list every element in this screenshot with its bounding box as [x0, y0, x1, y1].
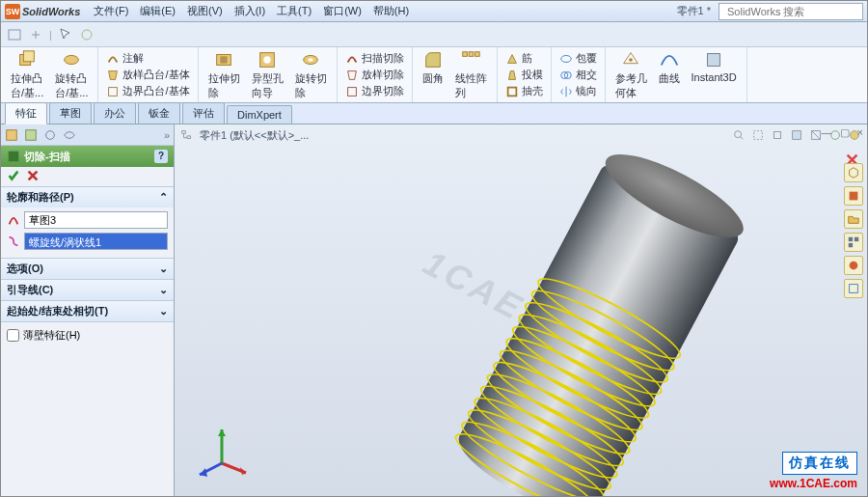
- file-explorer-tab[interactable]: [844, 209, 863, 229]
- svg-rect-35: [187, 136, 191, 139]
- sweep-button[interactable]: 注解: [104, 50, 146, 67]
- svg-point-32: [46, 130, 55, 139]
- svg-rect-31: [26, 129, 37, 140]
- ribbon: 拉伸凸 台/基... 旋转凸 台/基... 注解 放样凸台/基体 边界凸台/基体…: [1, 47, 867, 103]
- view-orient-icon[interactable]: [771, 128, 784, 142]
- revolve-boss-button[interactable]: 旋转凸 台/基...: [51, 47, 92, 102]
- qat-icon-4[interactable]: [79, 27, 95, 42]
- svg-rect-33: [9, 152, 19, 162]
- resources-tab[interactable]: [844, 163, 863, 182]
- intersect-button[interactable]: 相交: [557, 67, 599, 83]
- panel-tabs: »: [1, 124, 174, 146]
- loft-cut-button[interactable]: 放样切除: [343, 67, 406, 83]
- curves-button[interactable]: 曲线: [655, 47, 684, 102]
- watermark-footer: 仿真在线 www.1CAE.com: [770, 452, 857, 490]
- tree-icon[interactable]: [180, 128, 194, 142]
- svg-point-9: [82, 30, 92, 40]
- svg-rect-21: [463, 52, 468, 57]
- svg-rect-8: [9, 30, 20, 40]
- menu-file[interactable]: 文件(F): [88, 2, 134, 20]
- fm-tab-icon[interactable]: [5, 128, 18, 142]
- display-tab-icon[interactable]: [63, 128, 76, 142]
- viewport-toolbar: 零件1 (默认<<默认>_...: [175, 124, 867, 146]
- svg-rect-38: [774, 132, 781, 139]
- draft-button[interactable]: 投模: [503, 67, 545, 83]
- minimize-icon[interactable]: —: [822, 126, 832, 139]
- 3d-model: [388, 126, 790, 497]
- search-input[interactable]: [727, 6, 860, 17]
- tab-office[interactable]: 办公: [94, 102, 136, 124]
- tab-evaluate[interactable]: 评估: [182, 102, 225, 124]
- pm-confirm-row: [1, 167, 174, 186]
- shell-button[interactable]: 抽壳: [503, 83, 545, 99]
- profile-input[interactable]: [24, 211, 168, 229]
- rib-button[interactable]: 筋: [503, 50, 534, 67]
- tab-sheetmetal[interactable]: 钣金: [138, 102, 180, 124]
- zoom-area-icon[interactable]: [751, 128, 765, 142]
- section-guide[interactable]: 引导线(C) ⌄: [1, 280, 174, 300]
- menu-edit[interactable]: 编辑(E): [134, 2, 181, 20]
- search-box[interactable]: [719, 3, 863, 20]
- revolve-cut-button[interactable]: 旋转切 除: [291, 47, 331, 102]
- display-style-icon[interactable]: [790, 128, 803, 142]
- cancel-button[interactable]: [26, 169, 40, 184]
- instant3d-button[interactable]: Instant3D: [688, 47, 741, 102]
- appearances-tab[interactable]: [844, 256, 863, 275]
- menu-tools[interactable]: 工具(T): [271, 2, 317, 20]
- ref-geometry-button[interactable]: 参考几 何体: [611, 47, 651, 102]
- section-options[interactable]: 选项(O) ⌄: [1, 259, 174, 279]
- cursor-icon[interactable]: [58, 27, 73, 42]
- path-icon: [7, 235, 20, 248]
- tab-dimxpert[interactable]: DimXpert: [227, 105, 292, 124]
- menu-help[interactable]: 帮助(H): [367, 2, 415, 20]
- menu-window[interactable]: 窗口(W): [317, 2, 367, 20]
- loft-button[interactable]: 放样凸台/基体: [104, 67, 191, 83]
- menu-view[interactable]: 视图(V): [181, 2, 229, 20]
- qat-icon-1[interactable]: [7, 27, 22, 42]
- svg-point-17: [263, 56, 270, 63]
- 3d-viewport[interactable]: 零件1 (默认<<默认>_... — ▢ × ✕ 1CAE.COM: [175, 124, 867, 496]
- config-tab-icon[interactable]: [43, 128, 57, 142]
- help-icon[interactable]: ?: [154, 150, 168, 163]
- svg-rect-24: [507, 87, 516, 96]
- svg-point-25: [560, 55, 571, 62]
- qat-icon-2[interactable]: [28, 27, 43, 42]
- app-logo: SW: [5, 4, 20, 19]
- boundary-cut-button[interactable]: 边界切除: [343, 83, 406, 99]
- design-lib-tab[interactable]: [844, 186, 863, 206]
- orientation-triad[interactable]: [188, 415, 256, 483]
- tab-features[interactable]: 特征: [5, 102, 47, 124]
- close-icon[interactable]: ×: [857, 126, 863, 139]
- svg-rect-23: [475, 52, 480, 57]
- svg-rect-34: [182, 131, 186, 134]
- quick-access-toolbar: |: [1, 22, 867, 47]
- document-name: 零件1 *: [669, 4, 719, 18]
- section-startend[interactable]: 起始处/结束处相切(T) ⌄: [1, 301, 174, 321]
- menu-insert[interactable]: 插入(I): [229, 2, 271, 20]
- thin-checkbox-input[interactable]: [7, 329, 19, 342]
- extrude-cut-button[interactable]: 拉伸切 除: [204, 47, 244, 102]
- boundary-button[interactable]: 边界凸台/基体: [104, 83, 191, 99]
- view-palette-tab[interactable]: [844, 233, 863, 252]
- task-pane: [844, 163, 865, 298]
- section-profile-path[interactable]: 轮廓和路径(P) ⌃: [1, 187, 174, 207]
- tab-sketch[interactable]: 草图: [49, 102, 92, 124]
- extrude-boss-button[interactable]: 拉伸凸 台/基...: [7, 47, 47, 102]
- restore-icon[interactable]: ▢: [840, 126, 850, 139]
- fillet-button[interactable]: 圆角: [419, 47, 448, 102]
- custom-props-tab[interactable]: [844, 279, 863, 298]
- thin-feature-checkbox[interactable]: 薄壁特征(H): [7, 326, 168, 345]
- zoom-fit-icon[interactable]: [732, 128, 746, 142]
- linear-pattern-button[interactable]: 线性阵 列: [451, 47, 491, 102]
- mirror-button[interactable]: 镜向: [557, 83, 599, 99]
- wrap-button[interactable]: 包覆: [557, 50, 599, 67]
- chevron-down-icon: ⌄: [159, 305, 168, 318]
- svg-rect-52: [849, 243, 853, 247]
- path-input[interactable]: 螺旋线/涡状线1: [24, 233, 168, 250]
- sweep-cut-button[interactable]: 扫描切除: [343, 50, 406, 67]
- ok-button[interactable]: [7, 169, 20, 184]
- svg-rect-54: [850, 285, 858, 293]
- hole-wizard-button[interactable]: 异型孔 向导: [248, 47, 287, 102]
- pm-tab-icon[interactable]: [24, 128, 38, 142]
- command-tabs: 特征 草图 办公 钣金 评估 DimXpert: [1, 103, 867, 124]
